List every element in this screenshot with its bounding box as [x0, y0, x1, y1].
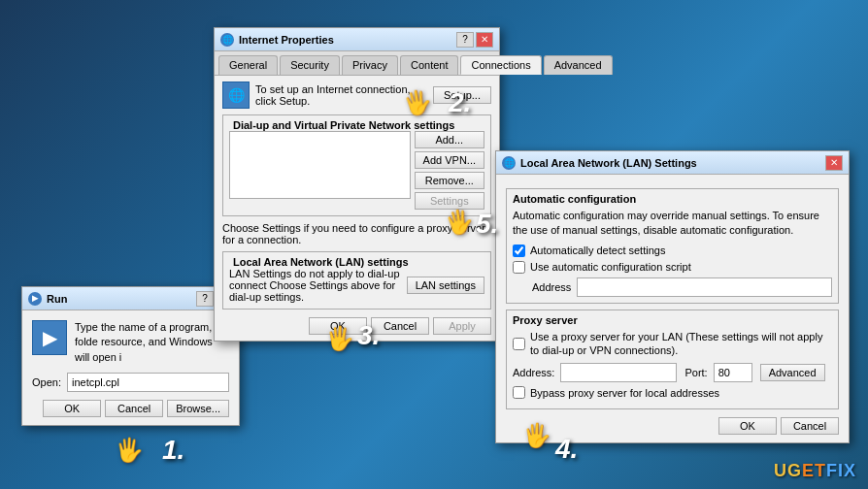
lan-ok-button[interactable]: OK: [718, 417, 777, 435]
bypass-checkbox[interactable]: [513, 386, 525, 399]
proxy-address-label: Address:: [513, 367, 554, 378]
proxy-port-label: Port:: [684, 367, 707, 378]
hand-cursor-2: 🖐: [401, 87, 434, 119]
lan-content: Automatic configuration Automatic config…: [496, 175, 849, 442]
step-3-label: 3.: [357, 320, 380, 351]
run-dialog-icon: ▶: [28, 292, 42, 306]
open-label: Open:: [32, 376, 61, 388]
vpn-legend: Dial-up and Virtual Private Network sett…: [229, 119, 484, 131]
step-4-label: 4.: [555, 434, 578, 465]
proxy-section: Proxy server Use a proxy server for your…: [506, 310, 839, 410]
inet-apply-button[interactable]: Apply: [433, 317, 491, 335]
lan-dialog-title: Local Area Network (LAN) Settings: [520, 157, 823, 169]
auto-script-row: Use automatic configuration script: [513, 261, 832, 274]
run-dialog-titlebar: ▶ Run ? ✕: [22, 287, 239, 310]
inet-properties-dialog: 🌐 Internet Properties ? ✕ General Securi…: [214, 27, 500, 342]
lan-action-row: OK Cancel: [506, 417, 839, 435]
bypass-label: Bypass proxy server for local addresses: [530, 387, 719, 399]
run-dialog-title: Run: [47, 293, 194, 305]
step-1-label: 1.: [162, 435, 184, 466]
settings-button[interactable]: Settings: [415, 192, 484, 210]
proxy-use-row: Use a proxy server for your LAN (These s…: [513, 330, 832, 358]
inet-dialog-icon: 🌐: [220, 33, 234, 47]
vpn-buttons: Add... Add VPN... Remove... Settings: [415, 131, 484, 210]
add-button[interactable]: Add...: [415, 131, 484, 148]
auto-detect-label: Automatically detect settings: [530, 244, 665, 256]
proxy-port-input[interactable]: [714, 363, 752, 382]
use-proxy-checkbox[interactable]: [513, 338, 525, 350]
auto-detect-row: Automatically detect settings: [513, 244, 832, 257]
auto-config-section: Automatic configuration Automatic config…: [506, 188, 839, 304]
inet-dialog-help-btn[interactable]: ?: [456, 32, 474, 48]
hand-cursor-5: 🖐: [443, 207, 476, 239]
inet-connection-icon: 🌐: [222, 82, 250, 109]
run-dialog-help-btn[interactable]: ?: [196, 291, 214, 307]
advanced-button[interactable]: Advanced: [760, 364, 825, 381]
run-dialog-description: Type the name of a program, folde resour…: [75, 320, 229, 365]
proxy-address-input[interactable]: [560, 363, 677, 382]
lan-text: LAN Settings do not apply to dial-up con…: [229, 268, 403, 303]
hand-cursor-4: 🖐: [522, 422, 551, 449]
lan-settings-button[interactable]: LAN settings: [407, 277, 484, 294]
vpn-section: Dial-up and Virtual Private Network sett…: [222, 114, 491, 216]
remove-button[interactable]: Remove...: [415, 172, 484, 189]
tab-general[interactable]: General: [218, 55, 278, 75]
lan-dialog-titlebar: 🌐 Local Area Network (LAN) Settings ✕: [496, 151, 849, 175]
auto-config-desc: Automatic configuration may override man…: [513, 209, 832, 239]
run-dialog-big-icon: ▶: [32, 320, 67, 355]
inet-dialog-title: Internet Properties: [239, 34, 454, 46]
tab-advanced[interactable]: Advanced: [544, 55, 613, 75]
auto-config-title: Automatic configuration: [513, 193, 832, 205]
step-5-label: 5.: [476, 209, 498, 240]
tab-connections[interactable]: Connections: [460, 55, 541, 75]
address-input[interactable]: [577, 277, 832, 297]
step-2-label: 2.: [449, 87, 471, 118]
auto-script-label: Use automatic configuration script: [530, 261, 691, 273]
address-label: Address: [532, 281, 571, 293]
inet-tab-bar: General Security Privacy Content Connect…: [215, 51, 499, 76]
bypass-row: Bypass proxy server for local addresses: [513, 386, 832, 399]
inet-dialog-close-btn[interactable]: ✕: [476, 32, 493, 48]
open-input[interactable]: [67, 373, 229, 392]
vpn-list[interactable]: [229, 131, 411, 199]
run-dialog: ▶ Run ? ✕ ▶ Type the name of a program, …: [21, 286, 240, 426]
lan-legend: Local Area Network (LAN) settings: [229, 256, 484, 268]
ugetfix-badge: UGETFIX: [774, 461, 856, 481]
tab-security[interactable]: Security: [280, 55, 340, 75]
lan-cancel-button[interactable]: Cancel: [781, 417, 839, 435]
run-browse-button[interactable]: Browse...: [167, 400, 229, 417]
tab-privacy[interactable]: Privacy: [342, 55, 398, 75]
auto-detect-checkbox[interactable]: [513, 244, 525, 257]
lan-settings-dialog: 🌐 Local Area Network (LAN) Settings ✕ Au…: [495, 150, 850, 443]
inet-dialog-titlebar: 🌐 Internet Properties ? ✕: [215, 28, 499, 51]
hand-cursor-3: 🖐: [325, 325, 354, 352]
address-row: Address: [532, 277, 832, 297]
run-cancel-button[interactable]: Cancel: [105, 400, 163, 417]
auto-script-checkbox[interactable]: [513, 261, 525, 274]
lan-dialog-close-btn[interactable]: ✕: [825, 155, 843, 171]
proxy-addr-row: Address: Port: Advanced: [513, 363, 832, 382]
add-vpn-button[interactable]: Add VPN...: [415, 151, 484, 169]
lan-dialog-icon: 🌐: [502, 156, 516, 170]
run-ok-button[interactable]: OK: [43, 400, 101, 417]
proxy-server-title: Proxy server: [513, 314, 832, 326]
hand-cursor-1: 🖐: [115, 437, 144, 464]
proxy-desc-label: Use a proxy server for your LAN (These s…: [530, 330, 832, 358]
tab-content[interactable]: Content: [400, 55, 459, 75]
lan-section: Local Area Network (LAN) settings LAN Se…: [222, 251, 491, 310]
